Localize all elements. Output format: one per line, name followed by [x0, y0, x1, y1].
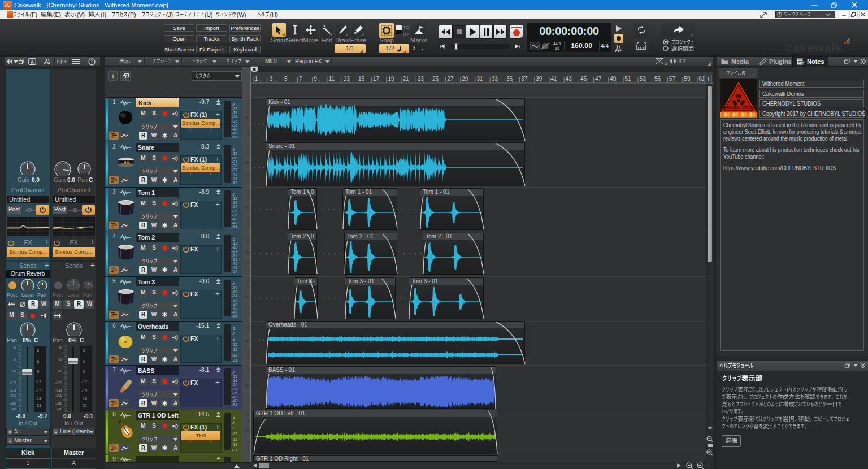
- svg-text:39: 39: [536, 76, 542, 82]
- svg-text:5: 5: [284, 76, 288, 82]
- svg-text:25: 25: [432, 76, 439, 82]
- svg-text:51: 51: [625, 76, 632, 82]
- svg-text:7: 7: [299, 76, 302, 82]
- svg-text:23: 23: [418, 76, 424, 82]
- svg-text:CHERNOBYL STUDIOS: CHERNOBYL STUDIOS: [720, 106, 757, 110]
- svg-text:29: 29: [462, 76, 468, 82]
- svg-text:59: 59: [684, 76, 691, 82]
- svg-text:19: 19: [388, 76, 394, 82]
- svg-text:A: A: [31, 59, 34, 65]
- svg-text:43: 43: [566, 76, 572, 82]
- svg-text:55: 55: [654, 76, 661, 82]
- svg-text:21: 21: [403, 76, 410, 82]
- svg-text:45: 45: [580, 76, 587, 82]
- svg-text:3: 3: [270, 76, 273, 82]
- svg-text:11: 11: [329, 76, 335, 82]
- svg-text:37: 37: [521, 76, 528, 82]
- svg-text:31: 31: [477, 76, 484, 82]
- svg-text:9: 9: [314, 76, 317, 82]
- svg-text:49: 49: [610, 76, 617, 82]
- svg-text:35: 35: [506, 76, 513, 82]
- svg-text:13: 13: [344, 76, 350, 82]
- svg-text:33: 33: [492, 76, 498, 82]
- svg-text:27: 27: [447, 76, 454, 82]
- svg-text:47: 47: [595, 76, 602, 82]
- svg-text:57: 57: [669, 76, 676, 82]
- svg-text:41: 41: [551, 76, 558, 82]
- svg-text:1: 1: [255, 76, 258, 82]
- svg-text:17: 17: [373, 76, 380, 82]
- svg-text:15: 15: [358, 76, 365, 82]
- svg-text:53: 53: [640, 76, 646, 82]
